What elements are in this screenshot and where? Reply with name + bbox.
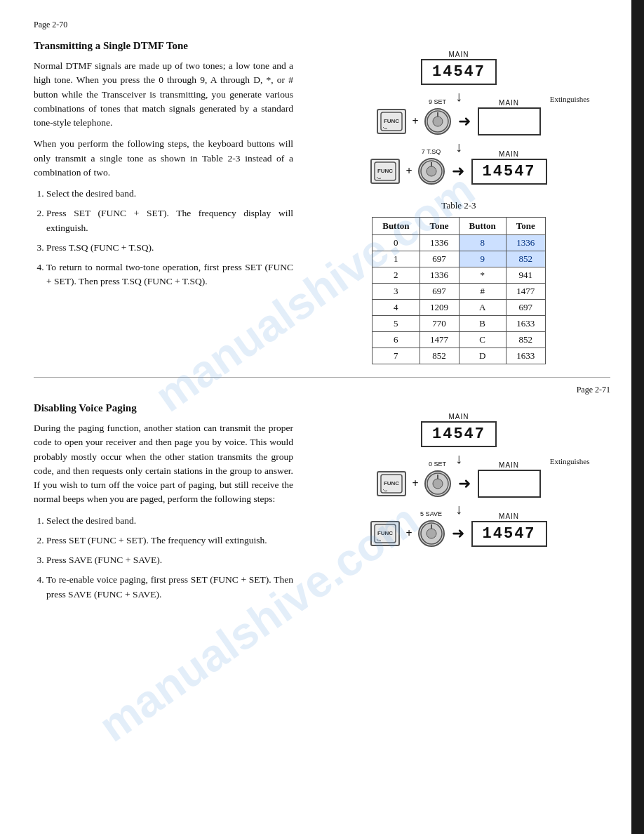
row1-diagram2: FUNC + 0 SET [377,470,540,498]
func-button-3: FUNC [377,471,406,496]
page-number-bottom: Page 2-71 [34,385,610,395]
cell-right-button: 9 [459,251,506,267]
section2-para1: During the paging function, another stat… [34,421,293,507]
freq-display-top: 14547 [432,63,485,81]
cell-right-tone: 1477 [506,284,545,300]
col-header-tone2: Tone [506,218,545,235]
freq-display-bot: 14547 [432,425,485,443]
cell-right-tone: 852 [506,332,545,348]
content-columns-top: Normal DTMF signals are made up of two t… [34,59,610,364]
cell-right-tone: 852 [506,251,545,267]
table-row: 7852D1633 [373,348,546,364]
svg-point-13 [433,479,443,489]
main-label-res2: MAIN [499,512,519,520]
diagram1: MAIN 14547 ↓ FUNC [370,59,546,187]
svg-point-8 [427,166,436,176]
knob-label-4: 5 SAVE [420,510,442,517]
step2-2: Press SET (FUNC + SET). The frequency wi… [46,534,293,548]
right-column-top: MAIN 14547 ↓ FUNC [307,59,610,364]
cell-left-tone: 1336 [420,235,459,251]
cell-left-button: 6 [373,332,420,348]
table-row: 21336*941 [373,267,546,284]
step1-2: Press SET (FUNC + SET). The frequency di… [46,206,293,235]
arrow-down-3: ↓ [455,451,462,465]
arrow-right-2: ➜ [452,162,464,180]
row2-diagram2: FUNC + 5 SAVE [370,520,546,547]
diagram2: MAIN 14547 ↓ FUNC [370,421,546,550]
cell-left-tone: 697 [420,251,459,267]
main-label-ext2: MAIN [499,461,519,469]
arrow-down-2: ↓ [455,140,462,154]
section1-title: Transmitting a Single DTMF Tone [34,40,610,52]
tone-table: Button Tone Button Tone 0133681336169798… [372,217,546,364]
svg-text:FUNC: FUNC [377,168,393,174]
right-column-bottom: MAIN 14547 ↓ FUNC [307,421,610,550]
left-column-top: Normal DTMF signals are made up of two t… [34,59,293,296]
step1-4: To return to normal two-tone operation, … [46,260,293,289]
table-row: 3697#1477 [373,284,546,300]
table-section: Table 2-3 Button Tone Button Tone 013368… [307,200,610,364]
knob-label-3: 0 SET [429,461,446,468]
section1-steps: Select the desired band. Press SET (FUNC… [46,187,293,289]
step1-3: Press T.SQ (FUNC + T.SQ). [46,241,293,255]
cell-left-tone: 1209 [420,300,459,316]
plus-sign-3: + [412,477,418,490]
cell-right-tone: 697 [506,300,545,316]
cell-right-button: B [459,316,506,332]
knob-label-2: 7 T.SQ [422,148,441,155]
arrow-down-4: ↓ [455,502,462,516]
cell-right-button: A [459,300,506,316]
display-result-2: MAIN 14547 [471,521,547,547]
cell-left-button: 3 [373,284,420,300]
cell-left-button: 1 [373,251,420,267]
cell-right-tone: 1633 [506,348,545,364]
col-header-btn1: Button [373,218,420,235]
knob-tsq: 7 T.SQ [418,158,445,185]
display-main-bot: MAIN 14547 [421,421,497,447]
knob-label-1: 9 SET [429,98,446,105]
row2-diagram1: FUNC + 7 T.SQ [370,158,546,185]
bottom-section: Page 2-71 Disabling Voice Paging During … [0,378,644,609]
knob-9set: 9 SET [424,108,451,135]
freq-result-2: 14547 [483,525,536,543]
cell-right-button: # [459,284,506,300]
knob-5save: 5 SAVE [418,520,445,547]
cell-left-button: 2 [373,267,420,284]
svg-text:FUNC: FUNC [384,118,399,124]
knob-0set: 0 SET [424,470,451,497]
step2-4: To re-enable voice paging, first press S… [46,573,293,602]
plus-sign-2: + [405,165,412,178]
table-row: 16979852 [373,251,546,267]
svg-text:FUNC: FUNC [384,480,399,486]
arrow-right-1: ➜ [458,112,471,131]
cell-left-tone: 1336 [420,267,459,284]
cell-left-tone: 770 [420,316,459,332]
table-body: 01336813361697985221336*9413697#14774120… [373,235,546,364]
table-row: 41209A697 [373,300,546,316]
cell-left-button: 5 [373,316,420,332]
content-columns-bottom: During the paging function, another stat… [34,421,610,609]
step2-3: Press SAVE (FUNC + SAVE). [46,553,293,567]
arrow-down-1: ↓ [455,89,462,103]
cell-left-button: 7 [373,348,420,364]
table-title: Table 2-3 [307,200,610,211]
page: manualshive.com manualshive.com Page 2-7… [0,0,644,834]
section2-title: Disabling Voice Paging [34,402,610,414]
func-button-2: FUNC [370,159,400,184]
table-row: 0133681336 [373,235,546,251]
cell-left-button: 0 [373,235,420,251]
main-label-top: MAIN [448,51,469,58]
cell-right-button: D [459,348,506,364]
cell-left-tone: 697 [420,284,459,300]
arrow-right-4: ➜ [452,524,464,543]
section1-para1: Normal DTMF signals are made up of two t… [34,59,293,130]
display-extinguished-1: MAIN [478,107,541,135]
freq-result-1: 14547 [483,163,536,180]
plus-sign-4: + [405,527,412,540]
left-column-bottom: During the paging function, another stat… [34,421,293,609]
table-row: 61477C852 [373,332,546,348]
cell-right-tone: 1633 [506,316,545,332]
top-section: Page 2-70 Transmitting a Single DTMF Ton… [0,0,644,364]
main-label-bot-top: MAIN [448,413,469,421]
func-button-4: FUNC [370,521,400,546]
